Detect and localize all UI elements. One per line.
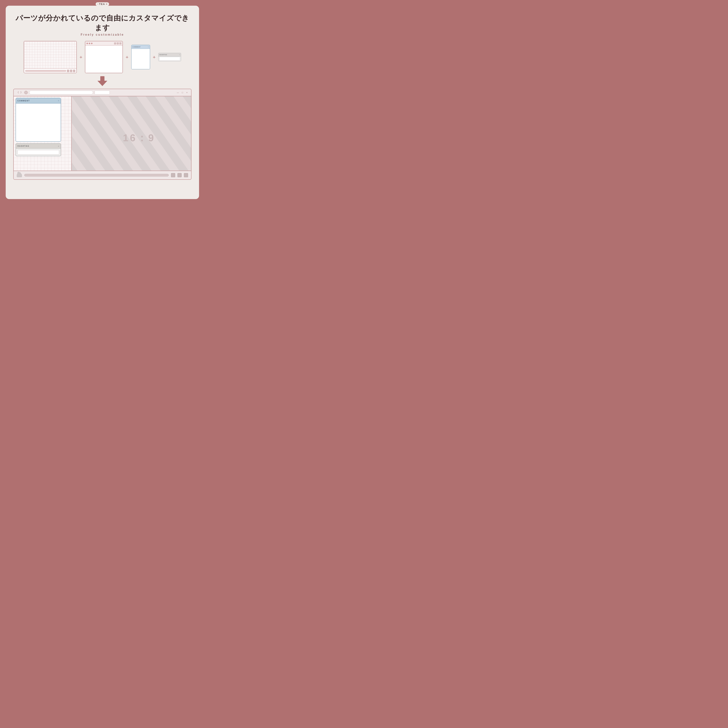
hashtag-overlay-body [16, 148, 61, 156]
plus-3: + [153, 54, 156, 60]
hashtag-overlay-window: HASHTAG × [15, 143, 61, 156]
browser-body [85, 46, 122, 73]
win-maximize-icon[interactable]: □ [181, 91, 184, 94]
comment-overlay-close-icon[interactable]: × [58, 99, 59, 102]
btn-bar[interactable] [95, 90, 110, 95]
comment-mini-close-icon: × [148, 46, 149, 48]
big-browser-titlebar: 〈 〉 — □ × [14, 89, 191, 96]
comment-mini-window: COMMENT × [131, 45, 150, 69]
win-btn-maximize: □ [117, 43, 119, 44]
win-btn-close: × [119, 43, 121, 44]
logo-dot-left [98, 4, 98, 5]
hashtag-overlay-close-icon[interactable]: × [58, 145, 59, 147]
browser-window-part: — □ × [85, 41, 123, 73]
logo-dot-right [106, 3, 107, 5]
comment-overlay-label: COMMENT [17, 100, 58, 102]
footer-square-btn-2[interactable] [177, 173, 182, 177]
big-browser-footer [14, 171, 191, 179]
footer-square-3 [73, 70, 75, 72]
arrow-down [98, 76, 107, 86]
arrow-stem [100, 76, 104, 81]
ratio-label: 16：9 [123, 132, 155, 145]
hashtag-overlay-titlebar: HASHTAG × [16, 144, 61, 148]
plus-2: + [125, 54, 128, 60]
big-browser-window: 〈 〉 — □ × COMMENT × [13, 89, 191, 180]
arrow-head [98, 81, 107, 86]
grid-window-part [24, 41, 77, 73]
hashtag-overlay-label: HASHTAG [17, 145, 58, 147]
nav-back-button[interactable]: 〈 [16, 91, 19, 94]
win-btn-minimize: — [114, 43, 116, 44]
plus-1: + [80, 54, 82, 60]
traffic-light-3 [91, 43, 93, 44]
nav-circle [24, 91, 28, 94]
grid-area [24, 41, 76, 69]
hashtag-mini-window: HASHTAG × [158, 53, 181, 61]
hashtag-mini-body [159, 57, 180, 61]
grid-window-footer [24, 69, 76, 73]
comment-overlay-window: COMMENT × [15, 98, 61, 142]
left-panel: COMMENT × HASHTAG × [14, 96, 72, 171]
logo: TEA [96, 2, 109, 6]
comment-mini-body [132, 49, 150, 69]
win-minimize-icon[interactable]: — [176, 91, 179, 94]
result-container: 〈 〉 — □ × COMMENT × [13, 89, 191, 180]
parts-row: + — □ × + COMMENT × + [12, 41, 192, 73]
traffic-light-1 [86, 43, 88, 44]
footer-bar [25, 70, 66, 72]
main-card: TEA パーツが分かれているので自由にカスタマイズできます Freely cus… [6, 6, 199, 199]
nav-forward-button[interactable]: 〉 [20, 91, 23, 94]
footer-square-1 [67, 70, 69, 72]
traffic-light-2 [89, 43, 90, 44]
hashtag-mini-titlebar: HASHTAG × [159, 53, 181, 57]
win-close-icon[interactable]: × [185, 91, 188, 94]
logo-text: TEA [99, 3, 105, 6]
right-content-area: 16：9 [72, 96, 191, 171]
comment-overlay-titlebar: COMMENT × [16, 98, 61, 104]
comment-mini-label: COMMENT [133, 46, 147, 47]
footer-square-btn-1[interactable] [171, 173, 175, 177]
browser-titlebar: — □ × [85, 41, 122, 46]
hashtag-input-bar[interactable] [17, 150, 59, 154]
hashtag-mini-close-icon: × [179, 54, 180, 55]
url-bar[interactable] [29, 90, 93, 95]
comment-mini-titlebar: COMMENT × [132, 45, 150, 49]
title-english: Freely customizable [81, 33, 124, 37]
hashtag-mini-label: HASHTAG [159, 54, 179, 55]
footer-square-2 [70, 70, 72, 72]
comment-overlay-body [16, 104, 61, 141]
footer-square-btn-3[interactable] [184, 173, 188, 177]
title-japanese: パーツが分かれているので自由にカスタマイズできます [12, 13, 192, 33]
footer-main-bar [24, 174, 169, 176]
cloud-icon [17, 173, 22, 177]
big-browser-body: COMMENT × HASHTAG × [14, 96, 191, 171]
